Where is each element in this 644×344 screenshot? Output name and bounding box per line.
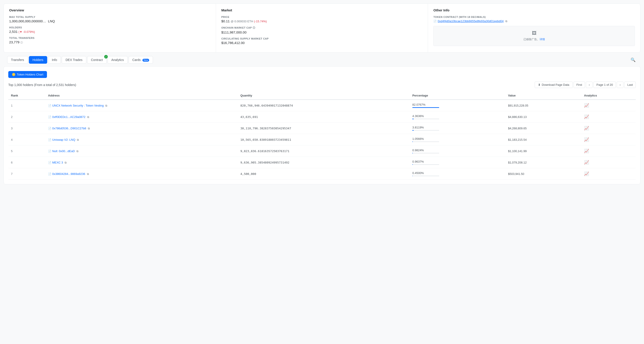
tab-holders[interactable]: Holders <box>29 56 47 64</box>
analytics-chart-icon[interactable]: 📈 <box>584 126 589 130</box>
pct-bar-fill <box>412 130 414 131</box>
value-cell: $1,183,215.54 <box>505 134 582 145</box>
quantity-cell: 10,565,650.838918803723459811 <box>238 134 410 145</box>
pct-bar-bg <box>412 153 439 153</box>
tab-cards-label: Cards <box>132 58 141 62</box>
last-page-button[interactable]: Last <box>624 81 636 88</box>
pct-bar-container <box>412 176 503 176</box>
tab-info[interactable]: Info <box>48 56 61 64</box>
circ-mcap-field: CIRCULATING SUPPLY MARKET CAP $16,786,41… <box>222 37 422 45</box>
pct-bar-container <box>412 141 503 142</box>
address-copy-icon[interactable]: ⧉ <box>76 150 78 153</box>
col-address: Address <box>46 92 238 100</box>
tab-contract[interactable]: Contract ✓ <box>87 56 107 64</box>
transfers-info-icon[interactable]: ⓘ <box>20 41 23 44</box>
address-copy-icon[interactable]: ⧉ <box>88 127 90 130</box>
address-doc-icon: 📄 <box>48 161 52 164</box>
holders-field: HOLDERS 2,531 (▼ -0.079%) <box>9 26 210 33</box>
analytics-chart-icon[interactable]: 📈 <box>584 103 589 108</box>
analytics-cell: 📈 <box>582 157 636 168</box>
pct-bar-bg <box>412 130 439 131</box>
value-cell: $91,915,228.05 <box>505 100 582 111</box>
rank-cell: 2 <box>8 111 46 123</box>
tab-cards-badge: New <box>142 59 149 62</box>
address-link[interactable]: 0xff3DEDc1...AC29a0872 <box>52 115 86 119</box>
address-copy-icon[interactable]: ⧉ <box>105 104 107 107</box>
pct-bar-container <box>412 164 503 165</box>
price-field: PRICE $0.11 @ 0.000033 ETH (-15.74%) <box>222 16 422 23</box>
address-cell: 📄 MEXC 3 ⧉ <box>46 157 238 168</box>
ad-text[interactable]: 已移除广告。详情 <box>438 37 630 41</box>
address-link[interactable]: Null: 0x00...dEaD <box>52 149 75 153</box>
percentage-cell: 0.4500% <box>410 168 505 180</box>
col-quantity: Quantity <box>238 92 410 100</box>
quantity-cell: 4,500,000 <box>238 168 410 180</box>
pct-bar-fill <box>412 164 412 165</box>
value-cell: $1,079,208.12 <box>505 157 582 168</box>
onchain-mcap-label: ONCHAIN MARKET CAP ⓘ <box>222 26 422 29</box>
quantity-cell: 9,636,905.385480924995731492 <box>238 157 410 168</box>
pct-bar-bg <box>412 119 439 119</box>
address-copy-icon[interactable]: ⧉ <box>87 172 89 176</box>
quantity-cell: 820,766,946.643949017132048874 <box>238 100 410 111</box>
address-cell: 📄 UNCX Network Security : Token Vesting … <box>46 100 238 111</box>
address-cell: 📄 Uniswap V2: LNQ ⧉ <box>46 134 238 145</box>
download-page-data-button[interactable]: ⬇ Download Page Data <box>535 81 573 88</box>
market-card: Market PRICE $0.11 @ 0.000033 ETH (-15.7… <box>216 4 428 52</box>
table-row: 7 📄 0x38604284...9869a9236 ⧉ 4,500,000 0… <box>8 168 636 180</box>
tab-transfers[interactable]: Transfers <box>7 56 28 64</box>
search-button[interactable]: 🔍 <box>629 56 637 64</box>
analytics-chart-icon[interactable]: 📈 <box>584 137 589 142</box>
pct-bar-fill <box>412 119 414 119</box>
first-page-button[interactable]: First <box>574 81 585 88</box>
tab-analytics[interactable]: Analytics <box>108 56 128 64</box>
contract-address-link[interactable]: 0xd4f4d0a10bcae123bb6655e8fe93a30d01eebd… <box>438 19 504 23</box>
address-copy-icon[interactable]: ⧉ <box>87 115 89 119</box>
rank-cell: 3 <box>8 123 46 134</box>
ad-details-link[interactable]: 详情 <box>540 38 545 41</box>
token-contract-field: TOKEN CONTRACT (WITH 18 DECIMALS) 📄 0xd4… <box>433 16 635 23</box>
pct-bar-fill <box>412 153 412 153</box>
pct-bar-container <box>412 119 503 119</box>
analytics-chart-icon[interactable]: 📈 <box>584 115 589 119</box>
tab-dex-trades[interactable]: DEX Trades <box>62 56 86 64</box>
holders-table: Rank Address Quantity Percentage Value A… <box>8 92 636 180</box>
analytics-chart-icon[interactable]: 📈 <box>584 172 589 176</box>
analytics-cell: 📈 <box>582 111 636 123</box>
transfers-field: TOTAL TRANSFERS 23,779 ⓘ <box>9 37 210 44</box>
percentage-cell: 1.0566% <box>410 134 505 145</box>
address-link[interactable]: UNCX Network Security : Token Vesting <box>52 104 104 107</box>
tab-contract-label: Contract <box>91 58 103 62</box>
address-copy-icon[interactable]: ⧉ <box>77 138 79 141</box>
tabs-bar: Transfers Holders Info DEX Trades Contra… <box>4 56 640 64</box>
other-info-title: Other Info <box>433 8 635 12</box>
chart-button[interactable]: 🪙 Token Holders Chart <box>8 71 47 78</box>
next-page-button[interactable]: › <box>617 81 624 88</box>
pct-bar-container <box>412 130 503 131</box>
quantity-cell: 9,823,836.618163572503763171 <box>238 145 410 157</box>
contract-copy-icon[interactable]: ⧉ <box>505 20 507 23</box>
download-label: Download Page Data <box>542 83 569 86</box>
chart-btn-label: Token Holders Chart <box>17 73 44 76</box>
address-link[interactable]: 0x786d0536...D901C27b8 <box>52 127 86 130</box>
address-link[interactable]: Uniswap V2: LNQ <box>52 138 75 141</box>
transfers-label: TOTAL TRANSFERS <box>9 37 210 39</box>
col-value: Value <box>505 92 582 100</box>
address-link[interactable]: 0x38604284...9869a9236 <box>52 172 85 176</box>
analytics-chart-icon[interactable]: 📈 <box>584 149 589 153</box>
prev-page-button[interactable]: ‹ <box>586 81 592 88</box>
onchain-mcap-field: ONCHAIN MARKET CAP ⓘ $111,987,000.00 <box>222 26 422 34</box>
market-title: Market <box>222 8 422 12</box>
page-indicator: Page 1 of 20 <box>594 81 616 88</box>
address-cell: 📄 Null: 0x00...dEaD ⧉ <box>46 145 238 157</box>
analytics-chart-icon[interactable]: 📈 <box>584 160 589 165</box>
address-doc-icon: 📄 <box>48 150 52 153</box>
address-link[interactable]: MEXC 3 <box>52 161 63 164</box>
onchain-info-icon[interactable]: ⓘ <box>253 26 255 29</box>
tab-cards[interactable]: Cards New <box>128 56 153 64</box>
holders-label: HOLDERS <box>9 26 210 29</box>
address-copy-icon[interactable]: ⧉ <box>64 161 67 164</box>
max-supply-field: MAX TOTAL SUPPLY 1,000,000,000,000000… L… <box>9 16 210 23</box>
percentage-cell: 3.8119% <box>410 123 505 134</box>
address-cell: 📄 0x38604284...9869a9236 ⧉ <box>46 168 238 180</box>
